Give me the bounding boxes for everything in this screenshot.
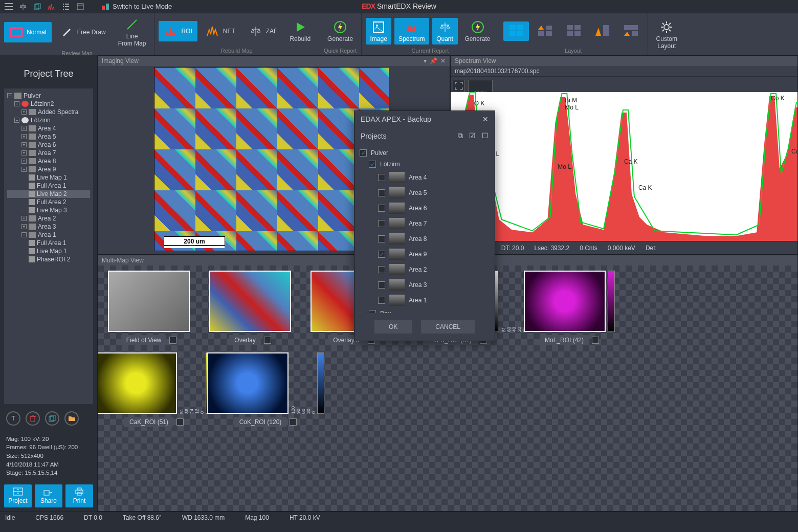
checkbox[interactable]	[378, 220, 385, 227]
quant-button[interactable]: Quant	[432, 18, 458, 45]
tree-node[interactable]: −Lötzinn2	[7, 100, 90, 108]
layout-5-button[interactable]	[618, 21, 644, 41]
copy-tool-button[interactable]	[45, 411, 59, 426]
svg-rect-20	[574, 31, 581, 36]
copy-icon[interactable]: ⧉	[458, 131, 463, 140]
tree-leaf[interactable]: Live Map 3	[7, 206, 90, 214]
tree-node[interactable]: +Area 4	[7, 124, 90, 132]
checkbox[interactable]	[378, 297, 385, 304]
zaf-button[interactable]: ZAF	[243, 21, 283, 41]
layout-2-button[interactable]	[532, 21, 558, 41]
area-thumbnail	[389, 187, 405, 198]
tree-node[interactable]: +Area 6	[7, 141, 90, 149]
tree-node[interactable]: −Area 9	[7, 165, 90, 173]
svg-rect-5	[11, 28, 22, 36]
roi-button[interactable]: ROI	[159, 21, 197, 41]
zoom-fit-icon[interactable]	[453, 80, 465, 92]
spectrum-button[interactable]: Spectrum	[394, 18, 429, 45]
image-button[interactable]: Image	[366, 18, 391, 45]
map-thumbnail[interactable]	[108, 271, 190, 332]
map-thumbnail[interactable]	[524, 271, 606, 332]
line-from-map-button[interactable]: Line From Map	[114, 15, 150, 49]
tree-node[interactable]: +Area 8	[7, 157, 90, 165]
checkbox[interactable]	[378, 235, 385, 242]
tree-root[interactable]: −Pulver	[7, 92, 90, 100]
ok-button[interactable]: OK	[374, 320, 412, 334]
tree-leaf[interactable]: Live Map 1	[7, 173, 90, 182]
freedraw-button[interactable]: Free Draw	[55, 22, 111, 42]
check-all-icon[interactable]: ☑	[469, 131, 476, 140]
list-icon[interactable]	[61, 2, 71, 11]
checkbox[interactable]	[378, 281, 385, 289]
tree-node[interactable]: +Area 3	[7, 223, 90, 231]
tree-leaf[interactable]: Full Area 1	[7, 239, 90, 247]
rebuild-button[interactable]: Rebuild	[285, 18, 315, 45]
tree-node[interactable]: −Area 1	[7, 231, 90, 239]
map-checkbox[interactable]	[176, 418, 184, 426]
tree-node[interactable]: −Lötzinn	[7, 116, 90, 124]
delete-button[interactable]	[26, 411, 40, 426]
svg-point-8	[376, 25, 378, 27]
map-checkbox[interactable]	[169, 337, 176, 344]
gear-icon	[659, 20, 674, 34]
checkbox[interactable]	[378, 205, 385, 212]
tree-leaf[interactable]: Full Area 2	[7, 198, 90, 206]
area-label: Area 2	[409, 266, 427, 273]
share-button[interactable]: Share	[35, 484, 62, 507]
tree-leaf[interactable]: PhaseROI 2	[7, 255, 90, 263]
map-checkbox[interactable]	[290, 418, 297, 426]
layout-4-button[interactable]	[589, 21, 615, 41]
normal-button[interactable]: Normal	[4, 22, 52, 42]
checkbox[interactable]	[378, 251, 385, 258]
map-thumbnail[interactable]	[209, 271, 291, 332]
close-icon[interactable]: ✕	[482, 115, 489, 123]
rebuild-map-label: Rebuild Map	[159, 47, 315, 54]
cancel-button[interactable]: CANCEL	[421, 320, 475, 334]
pin-icon[interactable]: 📌	[430, 57, 437, 64]
folder-button[interactable]	[64, 411, 79, 426]
report-generate-button[interactable]: Generate	[461, 18, 495, 45]
checkbox[interactable]	[369, 310, 376, 313]
uncheck-all-icon[interactable]: ☐	[482, 131, 489, 140]
map-thumbnail[interactable]	[98, 352, 177, 414]
close-icon[interactable]: ✕	[440, 57, 446, 64]
hamburger-icon[interactable]	[4, 2, 13, 11]
spectrum-mini-icon[interactable]	[47, 2, 56, 11]
area-thumbnail	[389, 218, 405, 229]
project-tree[interactable]: −Pulver −Lötzinn2 +Added Spectra −Lötzin…	[4, 88, 93, 404]
pin-icon[interactable]: ▾	[424, 57, 427, 64]
map-thumbnail[interactable]	[207, 352, 289, 414]
checkbox[interactable]	[378, 189, 385, 196]
project-button[interactable]: Project	[4, 484, 32, 507]
custom-layout-button[interactable]: Custom Layout	[652, 18, 681, 52]
checkbox[interactable]	[369, 161, 376, 168]
tree-node[interactable]: +Area 2	[7, 214, 90, 223]
print-button[interactable]: Print	[65, 484, 93, 507]
switch-to-live-button[interactable]: Switch to Live Mode	[101, 3, 172, 10]
project-list[interactable]: Pulver Lötzinn Area 4 Area 5 Area 6 Area…	[354, 144, 495, 313]
map-checkbox[interactable]	[592, 337, 599, 344]
tree-leaf[interactable]: Full Area 1	[7, 182, 90, 190]
copy-icon[interactable]	[33, 2, 42, 11]
tree-node[interactable]: +Area 7	[7, 149, 90, 157]
balance-icon[interactable]	[18, 2, 28, 11]
svg-text:O  K: O K	[474, 100, 485, 107]
checkbox[interactable]	[378, 266, 385, 273]
tree-leaf[interactable]: Live Map 2	[7, 190, 90, 198]
checkbox[interactable]	[360, 149, 367, 157]
layout-3-button[interactable]	[561, 21, 586, 41]
net-button[interactable]: NET	[201, 21, 240, 41]
layout-4-icon	[595, 24, 609, 38]
tree-node[interactable]: +Area 5	[7, 132, 90, 141]
quick-generate-button[interactable]: Generate	[323, 18, 357, 45]
area-label: Area 6	[409, 205, 427, 212]
spectrum-chart[interactable]: O K Co L Ca L Bi M Mo L Mo L Ca K Ca K C…	[451, 92, 797, 250]
layout-1-button[interactable]	[503, 21, 529, 41]
tree-leaf[interactable]: Live Map 1	[7, 247, 90, 255]
map-checkbox[interactable]	[264, 337, 271, 344]
spectrum-view-panel: Spectrum View map201804101032176700.spc …	[450, 55, 798, 255]
window-icon[interactable]	[76, 2, 85, 11]
tree-node[interactable]: +Added Spectra	[7, 108, 90, 116]
text-tool-button[interactable]: T	[6, 411, 20, 426]
checkbox[interactable]	[378, 174, 385, 181]
